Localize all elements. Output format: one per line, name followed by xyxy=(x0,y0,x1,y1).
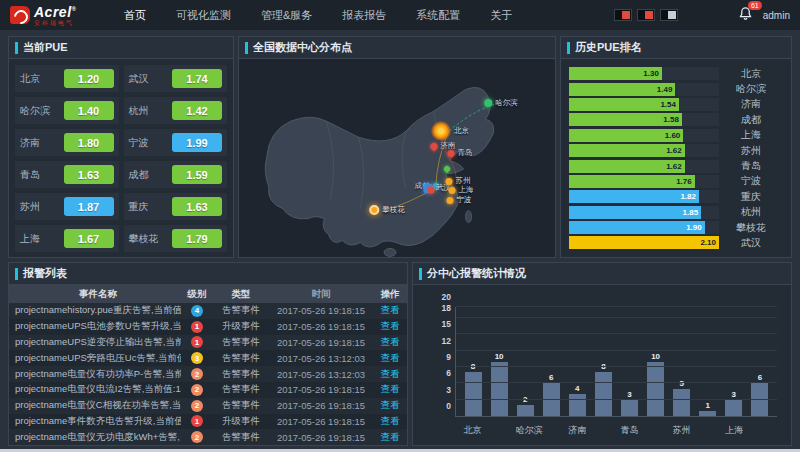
chart-bar[interactable] xyxy=(491,362,508,417)
history-bar: 1.62 xyxy=(569,144,685,157)
level-badge: 3 xyxy=(191,352,203,364)
table-row[interactable]: projectname电量仪无功电度kWh+告警,当前值:30.12告警事件20… xyxy=(9,429,407,445)
nav-item-1[interactable]: 可视化监测 xyxy=(176,8,231,23)
chart-plot-area: 81026483105136 036912151820 xyxy=(455,307,777,417)
chart-bar[interactable] xyxy=(595,372,612,416)
event-name: projectname电量仪有功功率P-告警,当前值:33.8 xyxy=(9,368,181,381)
ring-orange-icon xyxy=(369,205,379,215)
status-indicator-2 xyxy=(660,9,678,21)
col-event-name: 事件名称 xyxy=(9,288,181,301)
pin-green-icon xyxy=(443,165,451,173)
chart-bar[interactable] xyxy=(517,405,534,416)
table-row[interactable]: projectnameUPS逆变停止输出告警,当前值:21告警事件2017-05… xyxy=(9,335,407,351)
event-type: 告警事件 xyxy=(213,304,269,317)
nav-item-2[interactable]: 管理&服务 xyxy=(261,8,312,23)
pue-city-label: 宁波 xyxy=(129,136,149,150)
view-link[interactable]: 查看 xyxy=(381,352,400,363)
chart-gridline xyxy=(456,366,777,367)
nav-right: 61 admin xyxy=(614,6,790,25)
chart-x-label xyxy=(647,424,664,437)
history-bar-row: 1.90攀枝花 xyxy=(569,220,783,235)
level-badge: 1 xyxy=(191,415,203,427)
view-link[interactable]: 查看 xyxy=(381,304,400,315)
chart-bar[interactable] xyxy=(465,372,482,416)
nav-item-3[interactable]: 报表报告 xyxy=(342,8,386,23)
alarm-table-body: projectnamehistory.pue重庆告警,当前值:1.824告警事件… xyxy=(9,303,407,445)
history-bar: 2.10 xyxy=(569,236,719,249)
chart-x-label xyxy=(699,424,716,437)
chart-bar-value: 3 xyxy=(627,390,631,399)
action-cell: 查看 xyxy=(373,320,407,333)
chart-bar[interactable] xyxy=(699,411,716,416)
indicator-segment xyxy=(622,11,630,19)
chart-gridline xyxy=(456,333,777,334)
history-bar-track: 1.82 xyxy=(569,190,719,203)
history-bar-city: 上海 xyxy=(719,128,783,142)
event-time: 2017-05-26 19:18:15 xyxy=(269,400,373,411)
chart-gridline xyxy=(456,399,777,400)
table-row[interactable]: projectnameUPS电池参数U告警升级,当前值:381升级事件2017-… xyxy=(9,319,407,335)
chart-gridline xyxy=(456,382,777,383)
pin-red-icon xyxy=(429,141,439,151)
table-row[interactable]: projectname事件数齐电告警升级,当前值:31升级事件2017-05-2… xyxy=(9,414,407,430)
chart-bar[interactable] xyxy=(673,389,690,416)
pue-grid: 北京1.20武汉1.74哈尔滨1.40杭州1.42济南1.80宁波1.99青岛1… xyxy=(9,59,233,258)
chart-x-label: 青岛 xyxy=(621,424,638,437)
pue-cell-成都: 成都1.59 xyxy=(124,161,228,188)
panel-alarm-list-header: 报警列表 xyxy=(9,263,407,285)
history-bar: 1.60 xyxy=(569,129,683,142)
nav-item-0[interactable]: 首页 xyxy=(124,8,146,23)
brand-subtitle: 安科瑞电气 xyxy=(34,20,76,26)
chart-bar[interactable] xyxy=(725,400,742,416)
table-row[interactable]: projectnamehistory.pue重庆告警,当前值:1.824告警事件… xyxy=(9,303,407,319)
view-link[interactable]: 查看 xyxy=(381,399,400,410)
panel-title: 全国数据中心分布点 xyxy=(253,40,352,55)
pue-cell-武汉: 武汉1.74 xyxy=(124,65,228,92)
chart-bar[interactable] xyxy=(751,383,768,416)
history-bar-track: 1.62 xyxy=(569,144,719,157)
history-bar-city: 北京 xyxy=(719,67,783,81)
pue-cell-济南: 济南1.80 xyxy=(15,129,119,156)
dashboard-content: 当前PUE 北京1.20武汉1.74哈尔滨1.40杭州1.42济南1.80宁波1… xyxy=(0,30,800,452)
view-link[interactable]: 查看 xyxy=(381,336,400,347)
notification-bell[interactable]: 61 xyxy=(738,6,753,25)
accent-bar xyxy=(567,42,570,54)
panel-alarm-stats: 分中心报警统计情况 81026483105136 036912151820 北京… xyxy=(412,262,792,446)
history-bar-city: 武汉 xyxy=(719,236,783,250)
table-row[interactable]: projectname电量仪C相视在功率告警,当前值:29.22告警事件2017… xyxy=(9,398,407,414)
chart-bar-value: 1 xyxy=(706,401,710,410)
nav-item-5[interactable]: 关于 xyxy=(490,8,512,23)
chart-bar[interactable] xyxy=(543,383,560,416)
chart-bar-value: 10 xyxy=(495,352,504,361)
history-pue-bars: 1.30北京1.49哈尔滨1.54济南1.58成都1.60上海1.62苏州1.6… xyxy=(561,59,791,258)
event-name: projectname事件数齐电告警升级,当前值:3 xyxy=(9,415,181,428)
chart-bar[interactable] xyxy=(647,362,664,417)
chart-bar[interactable] xyxy=(621,400,638,416)
nav-item-4[interactable]: 系统配置 xyxy=(416,8,460,23)
chart-y-tick: 0 xyxy=(446,401,451,411)
view-link[interactable]: 查看 xyxy=(381,320,400,331)
action-cell: 查看 xyxy=(373,431,407,444)
event-name: projectname电量仪电流I2告警,当前值:18.0 xyxy=(9,383,181,396)
view-link[interactable]: 查看 xyxy=(381,415,400,426)
level-badge: 4 xyxy=(191,305,203,317)
table-row[interactable]: projectnameUPS旁路电压Uc告警,当前值:2193告警事件2017-… xyxy=(9,350,407,366)
chart-y-tick: 9 xyxy=(446,352,451,362)
view-link[interactable]: 查看 xyxy=(381,368,400,379)
chart-gridline xyxy=(456,317,777,318)
chart-bar-value: 6 xyxy=(758,373,762,382)
table-row[interactable]: projectname电量仪有功功率P-告警,当前值:33.82告警事件2017… xyxy=(9,366,407,382)
view-link[interactable]: 查看 xyxy=(381,431,400,442)
brand-logo: Acrel® 安科瑞电气 xyxy=(10,5,106,26)
table-row[interactable]: projectname电量仪电流I2告警,当前值:18.02告警事件2017-0… xyxy=(9,382,407,398)
event-type: 告警事件 xyxy=(213,368,269,381)
view-link[interactable]: 查看 xyxy=(381,383,400,394)
pue-value-badge: 1.40 xyxy=(64,101,114,120)
china-map[interactable]: 哈尔滨北京济南青岛成都武汉苏州上海宁波攀枝花 xyxy=(239,59,555,257)
chart-bar[interactable] xyxy=(569,394,586,416)
pue-value-badge: 1.63 xyxy=(172,197,222,216)
pue-cell-哈尔滨: 哈尔滨1.40 xyxy=(15,97,119,124)
pue-value-badge: 1.63 xyxy=(64,165,114,184)
history-bar-city: 青岛 xyxy=(719,159,783,173)
username[interactable]: admin xyxy=(763,10,790,21)
